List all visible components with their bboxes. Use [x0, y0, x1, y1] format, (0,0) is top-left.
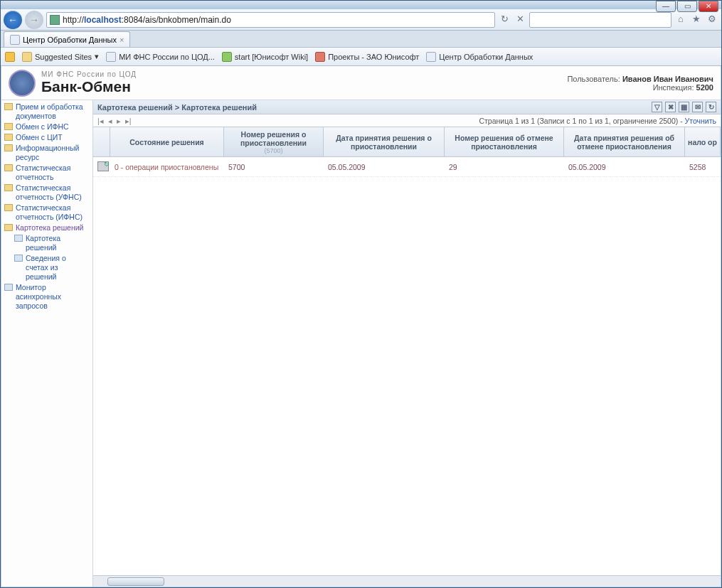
app-logo	[9, 70, 36, 97]
favorites-star[interactable]	[5, 52, 15, 62]
page-icon	[106, 52, 116, 62]
sidebar-subitem[interactable]: Сведения о счетах из решений	[1, 253, 92, 282]
table-row[interactable]: 0 - операции приостановлены 5700 05.05.2…	[93, 157, 721, 177]
app-title: Банк-Обмен	[41, 78, 137, 95]
site-icon	[50, 15, 60, 25]
breadcrumb: Картотека решений > Картотека решений	[97, 103, 257, 112]
pager-buttons: |◂ ◂ ▸ ▸|	[97, 117, 131, 125]
cell-suspend-number: 5700	[224, 161, 324, 173]
browser-tab[interactable]: Центр Обработки Данных ×	[4, 31, 130, 47]
home-button[interactable]: ⌂	[674, 14, 687, 26]
cell-cancel-date: 05.05.2009	[564, 161, 685, 173]
folder-icon	[22, 52, 32, 62]
page-content: МИ ФНС России по ЦОД Банк-Обмен Пользова…	[1, 66, 721, 587]
refine-link[interactable]: Уточнить	[685, 117, 716, 125]
folder-icon	[4, 144, 13, 151]
bookmark-item[interactable]: start [Юнисофт Wiki]	[222, 52, 308, 62]
last-page-button[interactable]: ▸|	[125, 117, 132, 125]
sidebar-subitem[interactable]: Картотека решений	[1, 233, 92, 253]
sidebar-item[interactable]: Статистическая отчетность (ИФНС)	[1, 203, 92, 223]
star-icon	[5, 52, 15, 62]
folder-icon	[4, 103, 13, 110]
maximize-button[interactable]: ▭	[677, 1, 697, 12]
app-subtitle: МИ ФНС России по ЦОД	[41, 70, 137, 78]
folder-icon	[4, 184, 13, 191]
minimize-button[interactable]: —	[656, 1, 676, 12]
folder-icon	[4, 134, 13, 141]
th-icon	[93, 127, 110, 156]
address-bar[interactable]: http://localhost:8084/ais/bnkobmen/main.…	[46, 12, 495, 28]
scrollbar-thumb[interactable]	[107, 577, 164, 586]
sidebar-item[interactable]: Статистическая отчетность	[1, 163, 92, 183]
grid-icon	[14, 255, 23, 262]
page-icon	[426, 52, 436, 62]
filter-icon[interactable]: ▽	[652, 102, 662, 112]
pager-info: Страница 1 из 1 (Записи с 1 по 1 из 1, о…	[479, 117, 716, 125]
browser-tabs: Центр Обработки Данных ×	[1, 31, 721, 48]
tab-icon	[10, 35, 20, 45]
sidebar-item-active[interactable]: Картотека решений	[1, 223, 92, 233]
table-header: Состояние решения Номер решения о приост…	[93, 127, 721, 157]
th-extra[interactable]: нало ор	[685, 127, 721, 156]
sidebar-item[interactable]: Обмен с ЦИТ	[1, 132, 92, 143]
tools-button[interactable]: ⚙	[706, 14, 718, 26]
mail-icon[interactable]: ✉	[692, 102, 703, 112]
sidebar-item[interactable]: Монитор асинхронных запросов	[1, 282, 92, 311]
th-suspend-date[interactable]: Дата принятия решения о приостановлении	[324, 127, 445, 156]
clear-filter-icon[interactable]: ✖	[665, 102, 676, 112]
th-cancel-date[interactable]: Дата принятия решения об отмене приостан…	[564, 127, 685, 156]
user-info: Пользователь: Иванов Иван Иванович Инспе…	[567, 75, 713, 92]
th-suspend-number[interactable]: Номер решения о приостановлении(5700)	[224, 127, 324, 156]
tab-title: Центр Обработки Данных	[23, 36, 117, 44]
cell-extra: 5258	[685, 161, 721, 173]
forward-button[interactable]: →	[25, 11, 43, 29]
cell-status: 0 - операции приостановлены	[110, 161, 224, 173]
bookmark-item[interactable]: Центр Обработки Данных	[426, 52, 533, 62]
refresh-button[interactable]: ↻	[498, 14, 511, 26]
sidebar-item[interactable]: Статистическая отчетность (УФНС)	[1, 183, 92, 203]
row-action-icon[interactable]	[97, 161, 109, 171]
next-page-button[interactable]: ▸	[117, 117, 121, 125]
url-text: http://localhost:8084/ais/bnkobmen/main.…	[63, 15, 231, 25]
cell-suspend-date: 05.05.2009	[324, 161, 445, 173]
breadcrumb-bar: Картотека решений > Картотека решений ▽ …	[93, 100, 721, 114]
browser-window: — ▭ ✕ ← → http://localhost:8084/ais/bnko…	[0, 0, 722, 588]
folder-icon	[4, 164, 13, 171]
refresh-icon[interactable]: ↻	[706, 102, 716, 112]
prev-page-button[interactable]: ◂	[108, 117, 112, 125]
folder-icon	[4, 224, 13, 231]
cell-cancel-number: 29	[445, 161, 564, 173]
window-titlebar	[1, 1, 721, 9]
folder-icon	[4, 204, 13, 211]
search-box[interactable]	[529, 12, 671, 28]
bookmarks-bar: Suggested Sites ▾ МИ ФНС России по ЦОД..…	[1, 48, 721, 66]
export-icon[interactable]: ▦	[679, 102, 689, 112]
app-header: МИ ФНС России по ЦОД Банк-Обмен Пользова…	[1, 66, 721, 100]
page-icon	[222, 52, 232, 62]
bookmark-item[interactable]: МИ ФНС России по ЦОД...	[106, 52, 215, 62]
close-button[interactable]: ✕	[699, 1, 718, 12]
main-panel: Картотека решений > Картотека решений ▽ …	[93, 100, 721, 587]
favorites-button[interactable]: ★	[690, 14, 703, 26]
tab-close-icon[interactable]: ×	[120, 36, 124, 44]
data-table: Состояние решения Номер решения о приост…	[93, 127, 721, 587]
browser-nav: ← → http://localhost:8084/ais/bnkobmen/m…	[1, 9, 721, 31]
sidebar-item[interactable]: Информационный ресурс	[1, 143, 92, 163]
grid-icon	[14, 235, 23, 242]
suggested-sites[interactable]: Suggested Sites ▾	[22, 52, 99, 62]
sidebar-item[interactable]: Прием и обработка документов	[1, 102, 92, 122]
back-button[interactable]: ←	[4, 11, 22, 29]
grid-icon	[4, 284, 13, 291]
th-status[interactable]: Состояние решения	[110, 127, 224, 156]
window-buttons: — ▭ ✕	[656, 1, 718, 12]
sidebar-nav: Прием и обработка документов Обмен с ИФН…	[1, 100, 93, 587]
bookmark-item[interactable]: Проекты - ЗАО Юнисофт	[315, 52, 419, 62]
page-icon	[315, 52, 325, 62]
horizontal-scrollbar[interactable]	[93, 575, 721, 587]
sidebar-item[interactable]: Обмен с ИФНС	[1, 122, 92, 132]
folder-icon	[4, 123, 13, 130]
stop-button[interactable]: ✕	[514, 14, 526, 26]
pager-bar: |◂ ◂ ▸ ▸| Страница 1 из 1 (Записи с 1 по…	[93, 114, 721, 127]
th-cancel-number[interactable]: Номер решения об отмене приостановления	[445, 127, 564, 156]
first-page-button[interactable]: |◂	[97, 117, 104, 125]
